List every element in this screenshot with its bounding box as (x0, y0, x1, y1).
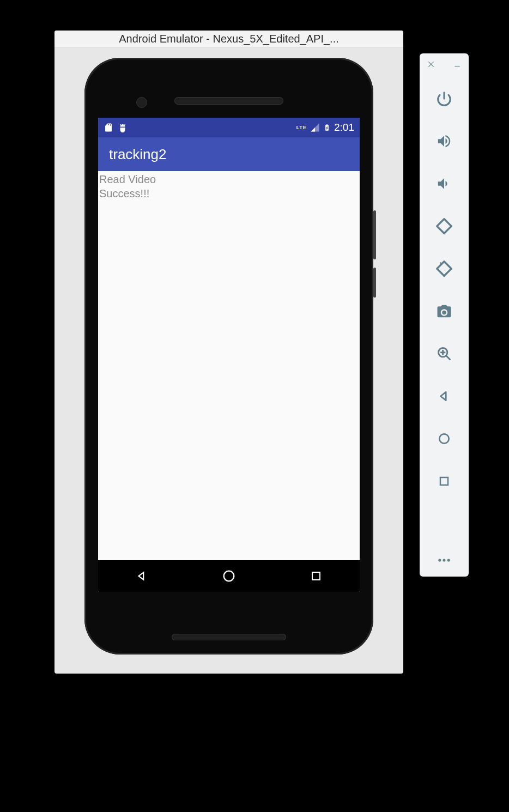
svg-rect-3 (437, 262, 451, 276)
app-content: Read Video Success!!! (99, 172, 360, 560)
home-button[interactable] (420, 417, 469, 460)
android-debug-icon (118, 123, 128, 132)
volume-up-button[interactable] (420, 120, 469, 162)
battery-charging-icon (323, 122, 331, 133)
svg-point-10 (438, 559, 441, 561)
emulator-toolbar (420, 53, 469, 577)
nav-home-button[interactable] (220, 567, 238, 585)
svg-rect-9 (440, 477, 448, 485)
android-nav-bar (98, 560, 360, 592)
earpiece-icon (174, 97, 283, 105)
svg-line-5 (446, 356, 450, 360)
more-button[interactable] (420, 544, 469, 577)
bottom-speaker-icon (172, 634, 286, 640)
app-title: tracking2 (109, 146, 167, 163)
back-button[interactable] (420, 375, 469, 417)
power-key-icon (373, 268, 376, 298)
rotate-left-button[interactable] (420, 205, 469, 247)
emulator-window: Android Emulator - Nexus_5X_Edited_API_.… (54, 31, 403, 674)
content-line2: Success!!! (99, 186, 360, 201)
signal-icon (310, 123, 320, 132)
nav-recents-button[interactable] (307, 567, 325, 585)
rotate-right-button[interactable] (420, 247, 469, 290)
window-titlebar[interactable]: Android Emulator - Nexus_5X_Edited_API_.… (54, 31, 403, 47)
screenshot-button[interactable] (420, 290, 469, 332)
volume-down-button[interactable] (420, 162, 469, 205)
toolbar-close-button[interactable] (427, 59, 435, 71)
zoom-button[interactable] (420, 332, 469, 375)
power-button[interactable] (420, 77, 469, 120)
svg-rect-1 (312, 572, 320, 580)
window-title: Android Emulator - Nexus_5X_Edited_API_.… (54, 31, 403, 47)
clock-text: 2:01 (334, 122, 354, 134)
device-screen[interactable]: LTE 2:01 tracking2 (98, 118, 360, 592)
overview-button[interactable] (420, 460, 469, 502)
nav-back-button[interactable] (133, 567, 150, 585)
svg-point-12 (447, 559, 450, 561)
svg-rect-2 (437, 219, 451, 233)
device-frame: LTE 2:01 tracking2 (84, 58, 373, 655)
lte-icon: LTE (296, 125, 307, 130)
toolbar-minimize-button[interactable] (453, 59, 461, 71)
sd-card-icon (104, 122, 113, 133)
content-line1: Read Video (99, 172, 360, 186)
app-bar: tracking2 (98, 137, 360, 171)
android-status-bar[interactable]: LTE 2:01 (98, 118, 360, 137)
svg-point-11 (443, 559, 445, 561)
front-camera-icon (136, 97, 147, 108)
svg-point-0 (224, 571, 234, 581)
svg-point-8 (439, 434, 449, 443)
volume-rocker-icon (373, 210, 376, 259)
